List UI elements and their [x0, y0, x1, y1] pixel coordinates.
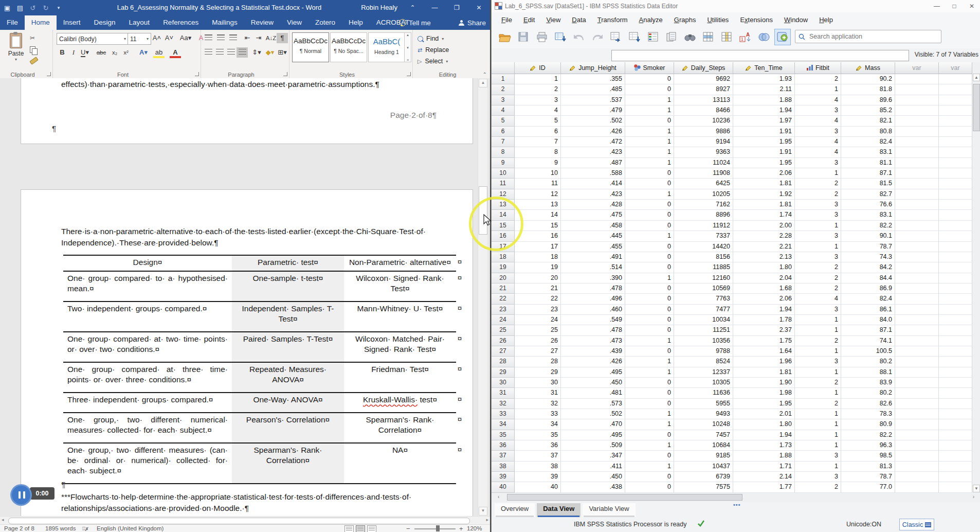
word-hscroll-thumb[interactable] — [8, 518, 470, 524]
row-number-cell[interactable]: 29 — [492, 367, 515, 378]
data-cell[interactable]: 0 — [625, 346, 674, 357]
data-cell[interactable]: 0 — [625, 168, 674, 179]
data-cell[interactable]: 4 — [515, 105, 561, 116]
empty-cell[interactable] — [895, 283, 939, 294]
empty-cell[interactable] — [895, 231, 939, 241]
empty-cell[interactable] — [939, 336, 972, 346]
data-cell[interactable]: 81.3 — [841, 462, 895, 472]
spss-maximize-icon[interactable]: □ — [946, 0, 963, 12]
data-cell[interactable]: 83.9 — [841, 378, 895, 388]
empty-cell[interactable] — [939, 95, 972, 105]
data-cell[interactable]: 1.92 — [733, 189, 795, 200]
column-header-var[interactable]: var — [939, 62, 972, 74]
row-number-cell[interactable]: 31 — [492, 388, 515, 398]
data-cell[interactable]: .485 — [561, 84, 625, 95]
increase-indent-button[interactable]: ⇥ — [253, 33, 264, 43]
row-number-cell[interactable]: 8 — [492, 147, 515, 157]
data-cell[interactable]: .426 — [561, 127, 625, 137]
shrink-font-button[interactable]: A˅ — [164, 33, 175, 43]
empty-cell[interactable] — [895, 158, 939, 168]
data-cell[interactable]: 10 — [515, 168, 561, 179]
scroll-down-icon[interactable]: ▼ — [479, 507, 487, 516]
data-cell[interactable]: 8 — [515, 147, 561, 157]
spss-minimize-icon[interactable]: — — [928, 0, 946, 12]
data-cell[interactable]: 3 — [795, 105, 841, 116]
empty-cell[interactable] — [939, 168, 972, 179]
data-cell[interactable]: 89.6 — [841, 95, 895, 105]
word-tab-help[interactable]: Help — [342, 15, 370, 30]
empty-cell[interactable] — [895, 305, 939, 315]
share-button[interactable]: Share — [459, 15, 486, 30]
data-cell[interactable]: 2 — [795, 336, 841, 346]
data-cell[interactable]: 2 — [795, 74, 841, 84]
data-cell[interactable]: 7457 — [674, 430, 733, 440]
data-cell[interactable]: 13 — [515, 200, 561, 210]
data-cell[interactable]: .438 — [561, 482, 625, 492]
data-cell[interactable]: 38 — [515, 462, 561, 472]
data-cell[interactable]: 19 — [515, 262, 561, 273]
data-cell[interactable]: 1 — [625, 105, 674, 116]
word-count[interactable]: 1895 words — [45, 525, 76, 532]
recall-dialogs-icon[interactable] — [552, 29, 569, 45]
data-cell[interactable]: 10569 — [674, 283, 733, 294]
text-effects-button[interactable]: A▾ — [138, 47, 149, 58]
empty-cell[interactable] — [895, 210, 939, 220]
data-cell[interactable]: .588 — [561, 168, 625, 179]
data-cell[interactable]: 1 — [625, 158, 674, 168]
empty-cell[interactable] — [939, 74, 972, 84]
data-cell[interactable]: 1 — [625, 440, 674, 451]
empty-cell[interactable] — [939, 273, 972, 283]
data-cell[interactable]: 1 — [795, 388, 841, 398]
data-cell[interactable]: 0 — [625, 179, 674, 189]
data-cell[interactable]: 0 — [625, 430, 674, 440]
ribbon-display-options-icon[interactable]: ⌃ — [402, 0, 424, 15]
data-cell[interactable]: 1 — [795, 346, 841, 357]
empty-cell[interactable] — [895, 451, 939, 461]
empty-cell[interactable] — [939, 378, 972, 388]
data-cell[interactable]: 2.11 — [733, 84, 795, 95]
empty-cell[interactable] — [895, 137, 939, 147]
zoom-level[interactable]: 120% — [467, 525, 482, 532]
data-cell[interactable]: 12 — [515, 189, 561, 200]
data-cell[interactable]: 0 — [625, 388, 674, 398]
spss-menu-window[interactable]: Window — [778, 16, 813, 24]
data-cell[interactable]: 0 — [625, 378, 674, 388]
data-cell[interactable]: 21 — [515, 283, 561, 294]
word-tab-design[interactable]: Design — [87, 15, 122, 30]
data-cell[interactable]: 84.0 — [841, 315, 895, 325]
data-cell[interactable]: 0 — [625, 399, 674, 409]
empty-cell[interactable] — [895, 409, 939, 419]
spss-menu-help[interactable]: Help — [813, 16, 839, 24]
data-cell[interactable]: 0 — [625, 200, 674, 210]
data-cell[interactable]: 4 — [795, 294, 841, 304]
data-cell[interactable]: .355 — [561, 74, 625, 84]
open-data-icon[interactable] — [497, 29, 513, 45]
undo-icon[interactable] — [571, 29, 587, 45]
align-center-button[interactable] — [214, 47, 225, 58]
language-indicator[interactable]: English (United Kingdom) — [97, 525, 164, 532]
data-cell[interactable]: 1.93 — [733, 74, 795, 84]
word-account-name[interactable]: Robin Healy — [361, 0, 397, 15]
data-cell[interactable]: 0 — [625, 482, 674, 492]
empty-cell[interactable] — [939, 440, 972, 451]
italic-button[interactable]: I — [68, 47, 79, 58]
redo-icon[interactable] — [589, 29, 606, 45]
spss-horizontal-scrollbar[interactable]: ‹ › — [492, 493, 980, 502]
row-number-cell[interactable]: 22 — [492, 294, 515, 304]
data-cell[interactable]: 40 — [515, 482, 561, 492]
tab-overview[interactable]: Overview — [495, 503, 535, 517]
data-cell[interactable]: .460 — [561, 305, 625, 315]
data-cell[interactable]: 1 — [625, 127, 674, 137]
data-cell[interactable]: 7162 — [674, 200, 733, 210]
data-cell[interactable]: 34 — [515, 419, 561, 430]
column-header-mass[interactable]: Mass — [841, 62, 895, 74]
column-header-id[interactable]: ID — [515, 62, 561, 74]
data-cell[interactable]: 86.9 — [841, 283, 895, 294]
data-cell[interactable]: 9363 — [674, 147, 733, 157]
data-cell[interactable]: 1.81 — [733, 179, 795, 189]
tab-data-view[interactable]: Data View — [537, 503, 580, 517]
empty-cell[interactable] — [939, 430, 972, 440]
row-number-cell[interactable]: 3 — [492, 95, 515, 105]
font-dialog-launcher-icon[interactable] — [195, 72, 199, 76]
data-cell[interactable]: 10305 — [674, 378, 733, 388]
